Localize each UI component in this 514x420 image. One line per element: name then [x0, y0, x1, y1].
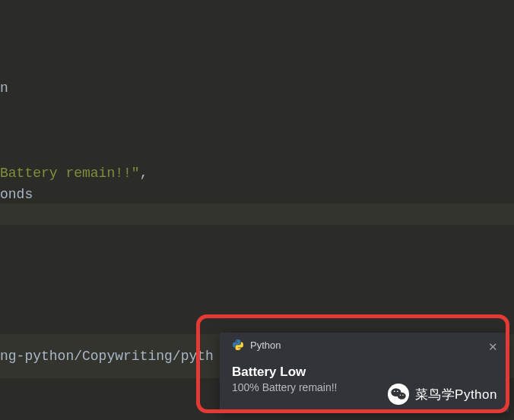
python-icon: [232, 339, 244, 351]
svg-point-3: [393, 390, 395, 392]
svg-point-6: [402, 394, 403, 395]
svg-point-5: [399, 394, 400, 395]
code-fragment: Battery remain!!",: [0, 163, 148, 184]
code-text: n: [0, 81, 8, 96]
code-string-text: Battery remain!!": [0, 166, 140, 181]
close-icon: ✕: [488, 340, 498, 354]
code-text: ,: [140, 166, 148, 181]
toast-message: 100% Battery remain!!: [232, 381, 338, 393]
watermark-text: 菜鸟学Python: [415, 386, 497, 403]
wechat-icon: [388, 384, 409, 405]
toast-app-name: Python: [250, 339, 281, 351]
code-text: onds: [0, 187, 33, 202]
editor-current-line-highlight: [0, 204, 514, 225]
svg-point-2: [397, 393, 405, 399]
toast-body: Battery Low 100% Battery remain!!: [232, 365, 338, 393]
console-path-text: ng-python/Copywriting/pyth: [0, 349, 214, 364]
svg-point-4: [397, 390, 398, 392]
toast-title: Battery Low: [232, 365, 338, 380]
image-watermark: 菜鸟学Python: [388, 384, 497, 405]
toast-header: Python: [232, 339, 281, 351]
code-fragment: n: [0, 77, 8, 99]
toast-close-button[interactable]: ✕: [484, 339, 501, 355]
code-fragment: onds: [0, 184, 33, 205]
